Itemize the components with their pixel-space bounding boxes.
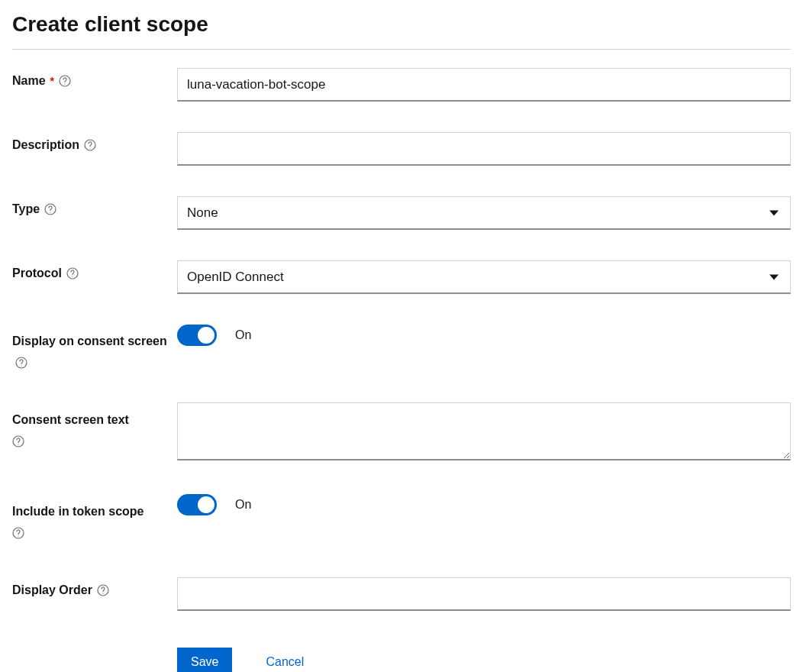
- label-display-consent: Display on consent screen: [12, 325, 177, 372]
- display-order-label-text: Display Order: [12, 583, 92, 597]
- name-input[interactable]: [177, 68, 791, 102]
- help-icon[interactable]: [44, 203, 56, 215]
- display-consent-switch[interactable]: [177, 325, 217, 346]
- svg-point-9: [21, 365, 21, 366]
- label-name: Name *: [12, 68, 177, 88]
- help-icon[interactable]: [12, 527, 24, 539]
- type-select[interactable]: None: [177, 196, 791, 230]
- label-display-order: Display Order: [12, 577, 177, 597]
- label-consent-text: Consent screen text: [12, 402, 177, 455]
- svg-point-13: [18, 535, 18, 536]
- row-protocol: Protocol OpenID Connect: [12, 260, 791, 294]
- svg-point-7: [72, 276, 73, 276]
- help-icon[interactable]: [15, 357, 27, 369]
- switch-knob: [198, 496, 214, 513]
- name-label-text: Name: [12, 74, 46, 88]
- help-icon[interactable]: [12, 435, 24, 447]
- switch-knob: [198, 327, 214, 344]
- consent-text-textarea[interactable]: [177, 402, 791, 460]
- display-consent-label-text: Display on consent screen: [12, 334, 167, 347]
- label-description: Description: [12, 132, 177, 152]
- row-name: Name *: [12, 68, 791, 102]
- type-label-text: Type: [12, 202, 40, 216]
- protocol-select[interactable]: OpenID Connect: [177, 260, 791, 294]
- row-display-consent: Display on consent screen On: [12, 325, 791, 372]
- label-protocol: Protocol: [12, 260, 177, 280]
- description-input[interactable]: [177, 132, 791, 166]
- cancel-button[interactable]: Cancel: [266, 655, 304, 669]
- include-token-label-text: Include in token scope: [12, 505, 144, 518]
- include-token-switch[interactable]: [177, 494, 217, 515]
- save-button[interactable]: Save: [177, 648, 232, 672]
- svg-point-5: [50, 212, 51, 212]
- display-consent-status: On: [235, 328, 251, 342]
- include-token-status: On: [235, 498, 251, 512]
- row-consent-text: Consent screen text: [12, 402, 791, 464]
- label-type: Type: [12, 196, 177, 216]
- row-type: Type None: [12, 196, 791, 230]
- svg-point-3: [89, 147, 90, 148]
- help-icon[interactable]: [84, 139, 96, 151]
- row-display-order: Display Order: [12, 577, 791, 611]
- svg-point-11: [18, 444, 18, 444]
- display-order-input[interactable]: [177, 577, 791, 611]
- help-icon[interactable]: [66, 267, 79, 279]
- required-star-icon: *: [50, 75, 54, 87]
- row-include-token: Include in token scope On: [12, 494, 791, 547]
- button-row: Save Cancel: [177, 648, 791, 672]
- protocol-label-text: Protocol: [12, 267, 62, 280]
- svg-point-1: [64, 83, 65, 84]
- svg-point-15: [102, 593, 103, 594]
- description-label-text: Description: [12, 138, 79, 152]
- label-include-token: Include in token scope: [12, 494, 177, 547]
- help-icon[interactable]: [59, 75, 71, 87]
- help-icon[interactable]: [97, 584, 109, 596]
- page-title: Create client scope: [12, 12, 791, 50]
- row-description: Description: [12, 132, 791, 166]
- consent-text-label-text: Consent screen text: [12, 413, 129, 426]
